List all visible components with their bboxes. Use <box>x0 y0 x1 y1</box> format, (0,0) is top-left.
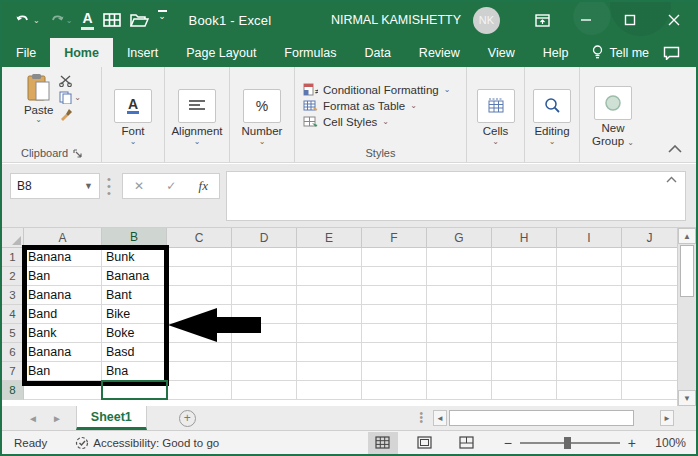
font-button[interactable]: A Font ⌄ <box>114 85 152 145</box>
new-sheet-button[interactable]: + <box>179 410 196 427</box>
page-layout-view-button[interactable] <box>410 432 440 454</box>
column-header-b[interactable]: B <box>102 228 167 248</box>
cell-h5[interactable] <box>492 324 557 343</box>
paste-button[interactable]: Paste ⌄ <box>24 73 53 123</box>
cell-c1[interactable] <box>167 248 232 267</box>
vertical-scrollbar-thumb[interactable] <box>680 245 694 297</box>
cell-f6[interactable] <box>362 343 427 362</box>
enter-formula-icon[interactable]: ✓ <box>166 179 176 193</box>
row-header-2[interactable]: 2 <box>2 267 24 286</box>
column-header-g[interactable]: G <box>427 228 492 248</box>
cell-c8[interactable] <box>167 381 232 400</box>
cell-i4[interactable] <box>557 305 622 324</box>
cell-f2[interactable] <box>362 267 427 286</box>
user-avatar[interactable]: NK <box>473 7 500 34</box>
cell-a3[interactable]: Banana <box>24 286 102 305</box>
cell-h8[interactable] <box>492 381 557 400</box>
cell-c7[interactable] <box>167 362 232 381</box>
tab-formulas[interactable]: Formulas <box>270 38 350 67</box>
cell-a7[interactable]: Ban <box>24 362 102 381</box>
minimize-button[interactable] <box>564 2 608 38</box>
undo-icon[interactable]: ⌄ <box>16 10 40 30</box>
row-header-5[interactable]: 5 <box>2 324 24 343</box>
copy-button[interactable]: ⌄ <box>59 91 81 104</box>
cell-e5[interactable] <box>297 324 362 343</box>
vertical-scrollbar[interactable]: ▲ ▼ <box>677 228 696 406</box>
cell-h7[interactable] <box>492 362 557 381</box>
cell-j3[interactable] <box>622 286 677 305</box>
cell-g4[interactable] <box>427 305 492 324</box>
cells-button[interactable]: Cells ⌄ <box>477 85 515 145</box>
tab-data[interactable]: Data <box>350 38 404 67</box>
select-all-button[interactable] <box>2 228 24 248</box>
cell-d1[interactable] <box>232 248 297 267</box>
name-box-dropdown-icon[interactable]: ▼ <box>84 181 93 191</box>
maximize-button[interactable] <box>608 2 652 38</box>
cell-e1[interactable] <box>297 248 362 267</box>
cell-d3[interactable] <box>232 286 297 305</box>
cell-b7[interactable]: Bna <box>102 362 167 381</box>
cell-i7[interactable] <box>557 362 622 381</box>
cell-b1[interactable]: Bunk <box>102 248 167 267</box>
cell-a6[interactable]: Banana <box>24 343 102 362</box>
number-button[interactable]: % Number ⌄ <box>242 85 283 145</box>
cell-j5[interactable] <box>622 324 677 343</box>
tab-insert[interactable]: Insert <box>113 38 172 67</box>
zoom-out-button[interactable]: − <box>504 435 512 451</box>
cell-f3[interactable] <box>362 286 427 305</box>
column-header-d[interactable]: D <box>232 228 297 248</box>
column-header-j[interactable]: J <box>622 228 677 248</box>
cell-h3[interactable] <box>492 286 557 305</box>
row-header-1[interactable]: 1 <box>2 248 24 267</box>
expand-formula-bar-icon[interactable] <box>666 176 677 183</box>
cell-b4[interactable]: Bike <box>102 305 167 324</box>
page-break-preview-button[interactable] <box>452 432 482 454</box>
tab-page-layout[interactable]: Page Layout <box>172 38 270 67</box>
cell-j1[interactable] <box>622 248 677 267</box>
tell-me-box[interactable]: Tell me <box>582 38 659 67</box>
cell-h2[interactable] <box>492 267 557 286</box>
cell-e6[interactable] <box>297 343 362 362</box>
zoom-slider[interactable] <box>520 442 620 444</box>
cell-b6[interactable]: Basd <box>102 343 167 362</box>
prev-sheet-icon[interactable]: ◄ <box>28 413 38 424</box>
font-color-icon[interactable]: A <box>81 10 93 30</box>
horizontal-scrollbar-thumb[interactable] <box>449 410 634 426</box>
horizontal-scrollbar-track[interactable] <box>636 410 658 426</box>
cell-b2[interactable]: Banana <box>102 267 167 286</box>
row-header-4[interactable]: 4 <box>2 305 24 324</box>
accessibility-status[interactable]: Accessibility: Good to go <box>75 436 219 450</box>
tab-help[interactable]: Help <box>529 38 583 67</box>
cell-d6[interactable] <box>232 343 297 362</box>
cell-a4[interactable]: Band <box>24 305 102 324</box>
cell-j7[interactable] <box>622 362 677 381</box>
tab-home[interactable]: Home <box>50 38 113 67</box>
cell-h4[interactable] <box>492 305 557 324</box>
scroll-down-icon[interactable]: ▼ <box>678 390 696 406</box>
feedback-icon[interactable] <box>663 38 696 67</box>
cell-a5[interactable]: Bank <box>24 324 102 343</box>
customize-qat-icon[interactable]: ⌄ <box>158 10 167 30</box>
row-header-7[interactable]: 7 <box>2 362 24 381</box>
cell-f7[interactable] <box>362 362 427 381</box>
borders-icon[interactable] <box>103 10 121 30</box>
scroll-left-icon[interactable]: ◄ <box>433 410 447 426</box>
close-button[interactable] <box>652 2 696 38</box>
row-header-8[interactable]: 8 <box>2 381 24 400</box>
tab-file[interactable]: File <box>2 38 50 67</box>
cell-f5[interactable] <box>362 324 427 343</box>
name-box[interactable]: B8 ▼ <box>10 173 100 199</box>
row-header-6[interactable]: 6 <box>2 343 24 362</box>
editing-button[interactable]: Editing ⌄ <box>533 85 571 145</box>
cut-button[interactable] <box>59 75 81 87</box>
normal-view-button[interactable] <box>368 432 398 454</box>
cell-b5[interactable]: Boke <box>102 324 167 343</box>
cancel-formula-icon[interactable]: ✕ <box>134 179 144 193</box>
tab-view[interactable]: View <box>474 38 529 67</box>
cell-j4[interactable] <box>622 305 677 324</box>
new-group-button[interactable]: New Group ⌄ <box>592 82 634 148</box>
cell-c6[interactable] <box>167 343 232 362</box>
column-header-c[interactable]: C <box>167 228 232 248</box>
cell-g2[interactable] <box>427 267 492 286</box>
cell-g6[interactable] <box>427 343 492 362</box>
